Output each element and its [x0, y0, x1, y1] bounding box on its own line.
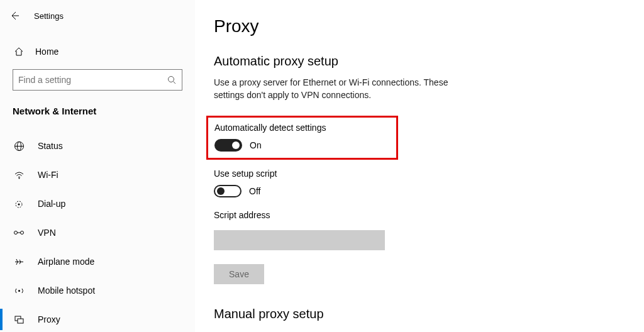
globe-icon: [13, 141, 25, 152]
section-heading-automatic: Automatic proxy setup: [214, 54, 625, 69]
svg-point-9: [21, 231, 24, 235]
sidebar-item-label: Wi-Fi: [38, 170, 58, 180]
sidebar-item-label: VPN: [38, 228, 56, 238]
setup-script-label: Use setup script: [214, 169, 625, 179]
search-input[interactable]: [18, 75, 167, 85]
hotspot-icon: [13, 285, 25, 296]
svg-point-0: [169, 77, 174, 82]
save-button: Save: [214, 264, 264, 284]
section-description: Use a proxy server for Ethernet or Wi-Fi…: [214, 76, 478, 102]
search-box[interactable]: [13, 69, 182, 91]
sidebar-item-label: Status: [38, 141, 63, 151]
script-address-input: [214, 230, 385, 250]
vpn-icon: [13, 228, 25, 237]
window-title: Settings: [34, 11, 64, 21]
sidebar-item-label: Dial-up: [38, 199, 65, 209]
sidebar-item-dialup[interactable]: Dial-up: [0, 189, 195, 218]
script-address-label: Script address: [214, 210, 625, 220]
sidebar: Settings Home Network & Internet Status …: [0, 0, 195, 332]
sidebar-item-label: Mobile hotspot: [38, 285, 95, 296]
main-content: Proxy Automatic proxy setup Use a proxy …: [195, 0, 644, 332]
airplane-icon: [13, 257, 25, 267]
annotation-highlight: Automatically detect settings On: [206, 116, 398, 160]
dialup-icon: [13, 199, 25, 209]
section-heading-manual: Manual proxy setup: [214, 307, 625, 321]
sidebar-item-label: Airplane mode: [38, 257, 94, 267]
back-button[interactable]: [6, 8, 23, 24]
nav-list: Status Wi-Fi Dial-up VPN Airplane mode: [0, 131, 195, 332]
sidebar-item-status[interactable]: Status: [0, 131, 195, 160]
category-title: Network & Internet: [0, 94, 195, 123]
auto-detect-label: Automatically detect settings: [214, 123, 389, 133]
search-container: [0, 63, 195, 94]
home-label: Home: [35, 47, 58, 57]
sidebar-item-hotspot[interactable]: Mobile hotspot: [0, 276, 195, 305]
svg-point-5: [18, 177, 19, 179]
proxy-icon: [13, 314, 25, 325]
setup-script-toggle[interactable]: [214, 185, 242, 197]
home-icon: [13, 47, 25, 57]
svg-point-8: [14, 231, 18, 235]
sidebar-home[interactable]: Home: [0, 40, 195, 63]
sidebar-header: Settings: [0, 5, 195, 30]
svg-point-11: [18, 290, 20, 292]
sidebar-item-vpn[interactable]: VPN: [0, 218, 195, 247]
arrow-left-icon: [9, 11, 19, 21]
page-title: Proxy: [214, 16, 625, 36]
svg-point-7: [18, 203, 19, 205]
sidebar-item-proxy[interactable]: Proxy: [0, 305, 195, 332]
auto-detect-toggle[interactable]: [214, 139, 242, 152]
sidebar-item-label: Proxy: [38, 314, 60, 324]
sidebar-item-airplane[interactable]: Airplane mode: [0, 247, 195, 276]
svg-rect-13: [18, 319, 23, 323]
wifi-icon: [13, 170, 25, 180]
svg-line-1: [174, 82, 176, 84]
auto-detect-state: On: [250, 140, 262, 150]
search-icon: [167, 75, 177, 85]
setup-script-state: Off: [249, 186, 260, 196]
sidebar-item-wifi[interactable]: Wi-Fi: [0, 160, 195, 189]
